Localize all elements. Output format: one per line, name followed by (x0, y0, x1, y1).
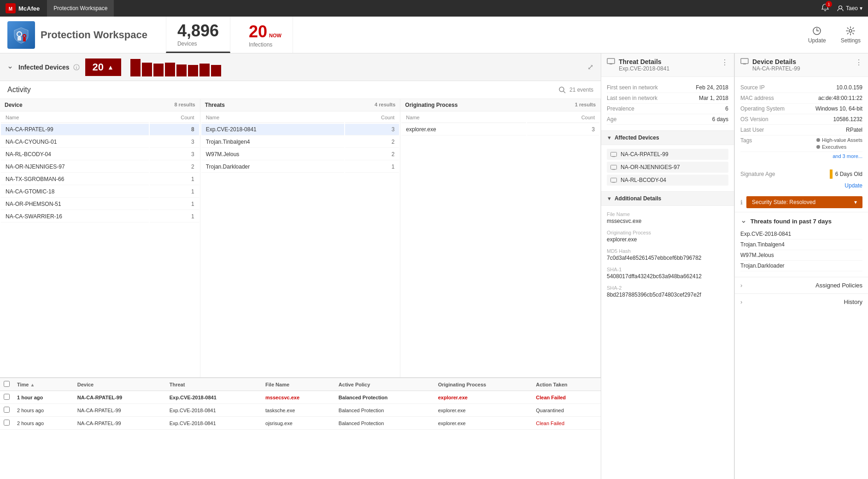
affected-devices-section-header[interactable]: ▼ Affected Devices (601, 130, 734, 145)
infections-stat[interactable]: 20 NOW Infections (238, 17, 293, 53)
collapse-icon[interactable] (7, 64, 13, 70)
log-row-checkbox-cell[interactable] (0, 404, 13, 417)
assigned-policies-section[interactable]: › Assigned Policies (735, 277, 868, 293)
threat-row[interactable]: W97M.Jelous2 (201, 149, 399, 160)
svg-line-14 (563, 91, 565, 93)
log-select-all[interactable] (4, 381, 10, 387)
threat-7day-item[interactable]: W97M.Jelous (740, 250, 862, 261)
activity-header: Activity 21 events (0, 81, 601, 99)
threat-7day-item[interactable]: Trojan.Tinbalgen4 (740, 240, 862, 250)
device-row[interactable]: NA-CA-SWARRIER-161 (1, 211, 199, 222)
device-row[interactable]: NA-CA-CYOUNG-013 (1, 136, 199, 148)
security-state-button[interactable]: Security State: Resoloved ▾ (746, 196, 862, 208)
affected-device-item[interactable]: NA-OR-NJENNIGES-97 (607, 162, 728, 173)
infections-label: Infections (249, 41, 282, 48)
threat-panel-subtitle: Exp.CVE-2018-0841 (619, 65, 669, 72)
log-action-header: Action Taken (532, 378, 601, 391)
device-count-cell: 3 (150, 136, 199, 148)
device-row[interactable]: NA-CA-RPATEL-998 (1, 124, 199, 135)
log-row-checkbox-cell[interactable] (0, 391, 13, 404)
threats-table: Name Count Exp.CVE-2018-08413Trojan.Tinb… (200, 111, 400, 174)
log-row-checkbox[interactable] (4, 420, 10, 426)
infections-count: 20 (249, 22, 267, 41)
log-row-checkbox[interactable] (4, 407, 10, 413)
threat-7day-item[interactable]: Exp.CVE-2018-0841 (740, 229, 862, 240)
log-row-checkbox-cell[interactable] (0, 417, 13, 430)
tag-item: High-value Assets (816, 137, 862, 143)
threats-7days-list: Exp.CVE-2018-0841Trojan.Tinbalgen4W97M.J… (740, 229, 862, 271)
activity-title: Activity (7, 86, 31, 94)
originating-process-label: Originating Process (607, 230, 728, 235)
search-icon[interactable] (558, 86, 566, 93)
device-count-cell: 1 (150, 186, 199, 198)
log-policy-cell: Balanced Protection (335, 404, 434, 417)
last-seen-label: Last seen in network (607, 95, 657, 101)
log-action-cell: Quarantined (532, 404, 601, 417)
infected-devices-title: Infected Devices i (18, 64, 80, 71)
log-row-checkbox[interactable] (4, 394, 10, 400)
affected-device-item[interactable]: NA-CA-RPATEL-99 (607, 149, 728, 160)
and-more[interactable]: and 3 more... (833, 153, 862, 159)
age-label: Age (607, 116, 616, 123)
svg-text:i: i (76, 65, 77, 70)
threat-row[interactable]: Trojan.Tinbalgen42 (201, 136, 399, 148)
device-icon (610, 165, 617, 170)
devices-stat[interactable]: 4,896 Devices (166, 17, 230, 53)
table-section: Device 8 results Name Count NA-CA-RPATEL… (0, 99, 601, 378)
file-name-group: File Name mssecsvc.exe (607, 211, 728, 224)
history-section[interactable]: › History (735, 293, 868, 310)
update-link[interactable]: Update (845, 182, 862, 189)
log-policy-header: Active Policy (335, 378, 434, 391)
device-table: Name Count NA-CA-RPATEL-998NA-CA-CYOUNG-… (0, 111, 200, 223)
first-seen-label: First seen in network (607, 84, 658, 91)
threats-expand-icon (740, 219, 747, 225)
threat-name-cell: Trojan.Darkloader (201, 161, 344, 173)
log-process-cell: explorer.exe (434, 391, 533, 404)
threat-row[interactable]: Trojan.Darkloader1 (201, 161, 399, 173)
log-row[interactable]: 1 hour ago NA-CA-RPATEL-99 Exp.CVE-2018-… (0, 391, 601, 404)
log-row[interactable]: 2 hours ago NA-CA-RPATEL-99 Exp.CVE-2018… (0, 417, 601, 430)
threat-panel-more-button[interactable]: ⋮ (721, 58, 728, 67)
log-threat-cell: Exp.CVE-2018-0841 (166, 404, 262, 417)
device-row[interactable]: NA-CA-GTOMIC-181 (1, 186, 199, 198)
settings-button[interactable]: Settings (841, 26, 861, 44)
device-row[interactable]: NA-RL-BCODY-043 (1, 149, 199, 160)
affected-device-item[interactable]: NA-RL-BCODY-04 (607, 175, 728, 186)
tags-row: Tags High-value AssetsExecutives (740, 135, 862, 152)
additional-details-section-header[interactable]: ▼ Additional Details (601, 191, 734, 206)
user-menu[interactable]: Taeo ▾ (837, 5, 862, 12)
monitor-icon (607, 58, 615, 64)
svg-point-13 (559, 87, 564, 92)
threats-7days-title: Threats found in past 7 days (740, 218, 862, 225)
device-name-cell: NA-OR-PHEMSON-51 (1, 199, 149, 210)
log-threat-cell: Exp.CVE-2018-0841 (166, 417, 262, 430)
log-row[interactable]: 2 hours ago NA-CA-RPATEL-99 Exp.CVE-2018… (0, 404, 601, 417)
info-icon[interactable]: i (73, 64, 80, 70)
chart-bar (130, 59, 141, 76)
threat-7day-item[interactable]: Trojan.Darkloader (740, 261, 862, 271)
expand-icon[interactable]: ⤢ (587, 63, 593, 71)
os-value: Windows 10, 64-bit (815, 105, 862, 112)
threat-row[interactable]: Exp.CVE-2018-08413 (201, 124, 399, 135)
threat-count-cell: 2 (345, 136, 399, 148)
device-panel-more-button[interactable]: ⋮ (855, 58, 862, 67)
device-row[interactable]: NA-OR-NJENNIGES-972 (1, 161, 199, 173)
device-row[interactable]: NA-OR-PHEMSON-511 (1, 199, 199, 210)
signature-age-indicator (830, 169, 833, 179)
tag-dot (816, 138, 820, 142)
chart-bar (153, 64, 164, 76)
device-row[interactable]: NA-TX-SGROBMAN-661 (1, 174, 199, 185)
process-row[interactable]: explorer.exe3 (401, 124, 599, 135)
os-version-row: OS Version 10586.1232 (740, 114, 862, 125)
events-count: 21 events (569, 87, 593, 93)
security-state-info-icon[interactable]: ℹ (740, 199, 743, 206)
notification-button[interactable]: 1 (821, 4, 829, 13)
log-time-header: Time ▲ (13, 378, 74, 391)
device-column-header: Device 8 results (0, 99, 200, 111)
log-time-cell: 1 hour ago (13, 391, 74, 404)
update-button[interactable]: Update (808, 26, 826, 44)
threat-name-cell: Trojan.Tinbalgen4 (201, 136, 344, 148)
workspace-tab[interactable]: Protection Workspace (47, 0, 114, 17)
threats-7days-section: Threats found in past 7 days Exp.CVE-201… (735, 212, 868, 277)
source-ip-value: 10.0.0.159 (836, 84, 862, 91)
